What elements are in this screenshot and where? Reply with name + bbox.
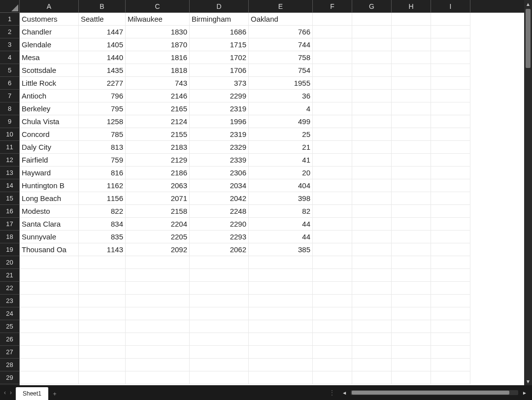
cell[interactable]: Customers bbox=[20, 13, 79, 26]
cell[interactable] bbox=[431, 359, 470, 371]
cell[interactable] bbox=[190, 333, 249, 346]
cell[interactable]: 1405 bbox=[79, 38, 126, 51]
cell[interactable] bbox=[79, 346, 126, 359]
cell[interactable] bbox=[392, 13, 431, 26]
cell[interactable] bbox=[392, 256, 431, 269]
cell[interactable] bbox=[392, 307, 431, 320]
cell[interactable] bbox=[392, 371, 431, 384]
cell[interactable]: 2290 bbox=[190, 218, 249, 231]
scroll-down-icon[interactable]: ▼ bbox=[524, 377, 532, 385]
cell[interactable] bbox=[313, 346, 352, 359]
cell[interactable] bbox=[352, 128, 392, 141]
cell[interactable] bbox=[313, 128, 352, 141]
cell[interactable] bbox=[352, 256, 392, 269]
cell[interactable] bbox=[313, 218, 352, 231]
cell[interactable] bbox=[190, 320, 249, 333]
cell[interactable] bbox=[392, 154, 431, 167]
cell[interactable]: 2063 bbox=[126, 179, 190, 192]
cell[interactable]: 1996 bbox=[190, 115, 249, 128]
scroll-right-icon[interactable]: ► bbox=[520, 390, 529, 396]
cell[interactable]: 1955 bbox=[249, 77, 313, 90]
cell[interactable] bbox=[431, 231, 470, 243]
cell[interactable] bbox=[352, 192, 392, 205]
cell[interactable] bbox=[126, 333, 190, 346]
column-header-B[interactable]: B bbox=[79, 0, 126, 12]
cell[interactable]: 2299 bbox=[190, 90, 249, 102]
cell[interactable] bbox=[313, 269, 352, 282]
cell[interactable]: Scottsdale bbox=[20, 64, 79, 77]
cell[interactable]: Long Beach bbox=[20, 192, 79, 205]
cell[interactable] bbox=[431, 51, 470, 64]
cell[interactable]: 834 bbox=[79, 218, 126, 231]
cell[interactable]: 2042 bbox=[190, 192, 249, 205]
cell[interactable]: 2248 bbox=[190, 205, 249, 218]
cell[interactable] bbox=[190, 282, 249, 295]
cell[interactable] bbox=[352, 141, 392, 154]
cell[interactable]: Berkeley bbox=[20, 102, 79, 115]
cell[interactable]: 758 bbox=[249, 51, 313, 64]
cell[interactable]: Milwaukee bbox=[126, 13, 190, 26]
cell[interactable] bbox=[431, 90, 470, 102]
cell[interactable]: Concord bbox=[20, 128, 79, 141]
cell[interactable]: 2319 bbox=[190, 102, 249, 115]
cell[interactable] bbox=[313, 192, 352, 205]
cell[interactable]: 385 bbox=[249, 243, 313, 256]
cell[interactable] bbox=[20, 282, 79, 295]
cell[interactable]: 759 bbox=[79, 154, 126, 167]
cell[interactable]: 754 bbox=[249, 64, 313, 77]
cell[interactable]: 4 bbox=[249, 102, 313, 115]
cell[interactable] bbox=[313, 141, 352, 154]
cell[interactable]: Birmingham bbox=[190, 13, 249, 26]
cell[interactable] bbox=[313, 231, 352, 243]
cell[interactable] bbox=[313, 295, 352, 307]
cell[interactable] bbox=[392, 333, 431, 346]
cell[interactable]: 813 bbox=[79, 141, 126, 154]
cell[interactable] bbox=[190, 295, 249, 307]
cell[interactable] bbox=[79, 320, 126, 333]
cell[interactable] bbox=[313, 51, 352, 64]
cell[interactable] bbox=[352, 13, 392, 26]
row-header-19[interactable]: 19 bbox=[0, 243, 19, 256]
cell[interactable] bbox=[313, 243, 352, 256]
cell[interactable]: Chandler bbox=[20, 26, 79, 38]
cell[interactable] bbox=[313, 13, 352, 26]
cell[interactable] bbox=[431, 282, 470, 295]
row-header-23[interactable]: 23 bbox=[0, 295, 19, 307]
cell[interactable] bbox=[79, 282, 126, 295]
cells-viewport[interactable]: CustomersSeattleMilwaukeeBirminghamOakla… bbox=[20, 13, 532, 385]
cell[interactable] bbox=[313, 102, 352, 115]
cell[interactable] bbox=[392, 26, 431, 38]
cell[interactable]: 2165 bbox=[126, 102, 190, 115]
cell[interactable] bbox=[352, 26, 392, 38]
cell[interactable] bbox=[313, 333, 352, 346]
cell[interactable] bbox=[431, 256, 470, 269]
cell[interactable]: 2062 bbox=[190, 243, 249, 256]
select-all-corner[interactable] bbox=[0, 0, 20, 13]
row-header-12[interactable]: 12 bbox=[0, 154, 19, 167]
cell[interactable] bbox=[313, 359, 352, 371]
cell[interactable] bbox=[190, 359, 249, 371]
sheet-prev-icon[interactable]: ‹ bbox=[4, 389, 6, 396]
cell[interactable]: 1258 bbox=[79, 115, 126, 128]
scrollbar-grip-icon[interactable]: ⋮ bbox=[326, 389, 338, 396]
cell[interactable] bbox=[431, 128, 470, 141]
cell[interactable] bbox=[392, 179, 431, 192]
cell[interactable] bbox=[431, 192, 470, 205]
cell[interactable]: 2183 bbox=[126, 141, 190, 154]
cell[interactable] bbox=[431, 371, 470, 384]
row-header-5[interactable]: 5 bbox=[0, 64, 19, 77]
cell[interactable]: 41 bbox=[249, 154, 313, 167]
scroll-up-icon[interactable]: ▲ bbox=[524, 0, 532, 8]
cell[interactable]: 835 bbox=[79, 231, 126, 243]
row-header-27[interactable]: 27 bbox=[0, 346, 19, 359]
cell[interactable]: 2146 bbox=[126, 90, 190, 102]
cell[interactable] bbox=[352, 333, 392, 346]
row-header-20[interactable]: 20 bbox=[0, 256, 19, 269]
cell[interactable]: Fairfield bbox=[20, 154, 79, 167]
cell[interactable]: Glendale bbox=[20, 38, 79, 51]
cell[interactable] bbox=[392, 38, 431, 51]
cell[interactable] bbox=[352, 102, 392, 115]
cell[interactable] bbox=[352, 38, 392, 51]
cell[interactable]: 21 bbox=[249, 141, 313, 154]
cell[interactable]: Huntington B bbox=[20, 179, 79, 192]
